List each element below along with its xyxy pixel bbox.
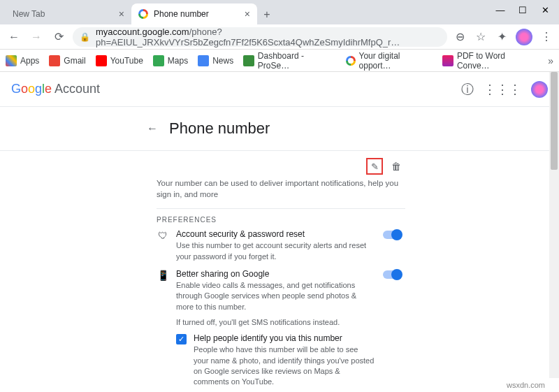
help-icon[interactable]: ⓘ: [461, 81, 474, 98]
page-title: Phone number: [169, 119, 270, 138]
apps-grid-icon[interactable]: ⋮⋮⋮: [484, 82, 521, 97]
intro-text: Your number can be used to deliver impor…: [157, 177, 405, 200]
toggle-sharing[interactable]: [383, 270, 401, 279]
bookmark-gmail[interactable]: Gmail: [49, 55, 85, 66]
bookmark-label: YouTube: [110, 56, 143, 66]
gmail-icon: [49, 55, 60, 66]
vertical-scrollbar[interactable]: [549, 72, 559, 378]
news-icon: [198, 55, 209, 66]
google-logo[interactable]: Google: [11, 82, 52, 96]
tab-strip: New Tab × Phone number × +: [0, 0, 559, 24]
bookmark-label: Gmail: [64, 56, 85, 66]
bookmark-label: Your digital opport…: [359, 51, 433, 71]
forward-button[interactable]: →: [28, 29, 45, 45]
bookmark-label: Apps: [20, 56, 39, 66]
scrollbar-thumb[interactable]: [551, 72, 558, 170]
account-avatar[interactable]: [531, 81, 548, 98]
google-account-header: Google Account ⓘ ⋮⋮⋮: [0, 72, 559, 107]
maps-icon: [153, 55, 164, 66]
zoom-icon[interactable]: ⊖: [453, 30, 467, 44]
product-name: Account: [55, 82, 100, 96]
lock-icon: 🔒: [80, 32, 90, 42]
new-tab-button[interactable]: +: [257, 5, 277, 24]
phone-icon: 📱: [157, 269, 169, 282]
google-favicon-icon: [138, 9, 148, 19]
bookmark-label: Dashboard - ProSe…: [258, 51, 336, 71]
pref-sharing: 📱 Better sharing on Google Enable video …: [157, 269, 405, 326]
bookmark-maps[interactable]: Maps: [153, 55, 188, 66]
pref-title: Account security & password reset: [176, 229, 375, 239]
reload-button[interactable]: ⟳: [50, 29, 67, 45]
toggle-security[interactable]: [383, 231, 401, 239]
section-preferences: PREFERENCES: [157, 216, 405, 224]
tab-label: Phone number: [154, 9, 209, 19]
close-icon[interactable]: ×: [119, 8, 124, 20]
back-arrow-icon[interactable]: ←: [147, 122, 158, 135]
delete-phone-button[interactable]: 🗑: [391, 161, 401, 172]
close-icon[interactable]: ×: [245, 8, 250, 20]
pref-title: Better sharing on Google: [176, 269, 375, 279]
star-icon[interactable]: ☆: [474, 30, 488, 44]
edit-phone-button[interactable]: ✎: [366, 158, 383, 175]
pref-title: Help people identify you via this number: [194, 333, 375, 343]
pdf-icon: [442, 55, 453, 66]
bookmark-youtube[interactable]: YouTube: [96, 55, 143, 66]
browser-toolbar: ← → ⟳ 🔒 myaccount.google.com/phone?ph=AE…: [0, 24, 559, 50]
bookmarks-overflow[interactable]: »: [548, 55, 553, 66]
pref-note: If turned off, you'll get SMS notificati…: [176, 318, 375, 326]
apps-icon: [6, 55, 17, 66]
url-host: myaccount.google.com: [96, 27, 189, 37]
bookmark-dashboard[interactable]: Dashboard - ProSe…: [243, 51, 336, 71]
extensions-icon[interactable]: ✦: [495, 30, 509, 44]
window-minimize[interactable]: —: [496, 6, 504, 14]
kebab-menu-icon[interactable]: ⋮: [539, 30, 553, 44]
bookmark-apps[interactable]: Apps: [6, 55, 39, 66]
bookmarks-bar: Apps Gmail YouTube Maps News Dashboard -…: [0, 50, 559, 72]
tab-new-tab[interactable]: New Tab ×: [6, 3, 131, 24]
dashboard-icon: [243, 55, 254, 66]
shield-icon: 🛡: [157, 229, 169, 242]
back-button[interactable]: ←: [6, 29, 22, 45]
address-bar[interactable]: 🔒 myaccount.google.com/phone?ph=AEIUL_JR…: [73, 27, 447, 47]
watermark: wsxdn.com: [507, 381, 545, 389]
window-close[interactable]: ✕: [541, 6, 549, 14]
pref-identify: ✓ Help people identify you via this numb…: [176, 333, 405, 392]
profile-avatar[interactable]: [516, 29, 532, 45]
page-title-row: ← Phone number: [0, 107, 559, 150]
phone-settings-content: ✎ 🗑 Your number can be used to deliver i…: [0, 151, 405, 392]
divider: [157, 208, 405, 209]
pencil-icon: ✎: [371, 161, 379, 172]
google-icon: [346, 56, 356, 66]
pref-desc: Enable video calls & messages, and get n…: [176, 280, 375, 312]
pref-security: 🛡 Account security & password reset Use …: [157, 229, 405, 262]
bookmark-pdf[interactable]: PDF to Word Conve…: [442, 51, 538, 71]
pref-desc: Use this number to get account security …: [176, 240, 375, 262]
youtube-icon: [96, 55, 107, 66]
bookmark-label: PDF to Word Conve…: [457, 51, 538, 71]
tab-phone-number[interactable]: Phone number ×: [131, 3, 257, 24]
bookmark-digital[interactable]: Your digital opport…: [346, 51, 433, 71]
window-maximize[interactable]: ☐: [518, 6, 527, 14]
bookmark-news[interactable]: News: [198, 55, 233, 66]
pref-desc: People who have this number will be able…: [194, 344, 375, 388]
bookmark-label: Maps: [168, 56, 188, 66]
checkbox-identify[interactable]: ✓: [176, 334, 187, 344]
bookmark-label: News: [212, 56, 233, 66]
tab-label: New Tab: [13, 9, 45, 19]
